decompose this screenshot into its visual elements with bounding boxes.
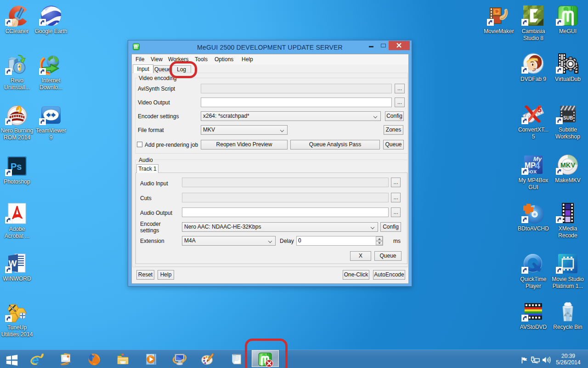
svg-text:5: 5 bbox=[537, 106, 542, 114]
svg-text:Ps: Ps bbox=[11, 161, 22, 172]
svg-text:SUB: SUB bbox=[563, 115, 573, 121]
